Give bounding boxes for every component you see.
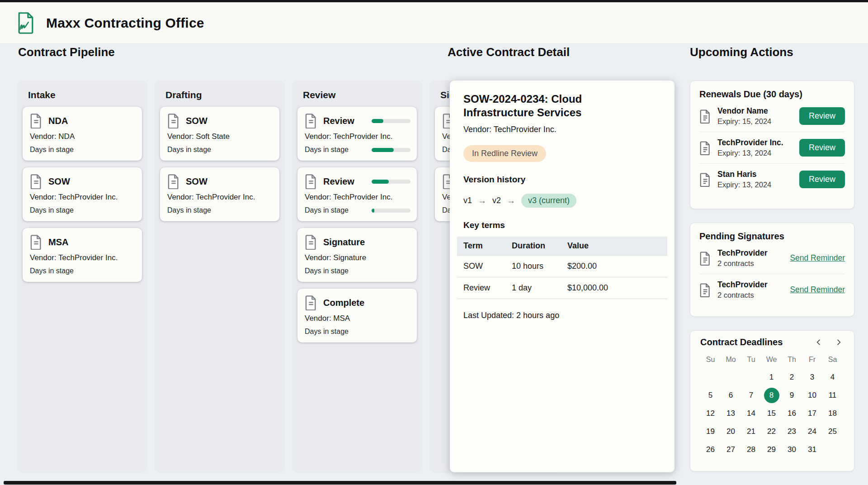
review-button[interactable]: Review xyxy=(799,107,845,125)
calendar-date-number: 26 xyxy=(706,445,715,454)
calendar-date-cell[interactable]: 1 xyxy=(761,368,782,386)
pipeline-column-label: Drafting xyxy=(165,90,285,100)
calendar-date-cell[interactable]: 12 xyxy=(700,404,721,423)
key-terms-col-duration: Duration xyxy=(512,237,567,256)
contract-card-title: SOW xyxy=(186,116,208,126)
contract-card-title: NDA xyxy=(48,116,68,126)
calendar-prev-button[interactable] xyxy=(815,339,822,346)
contract-card[interactable]: Review Vendor: TechProvider Inc. Days in… xyxy=(297,107,417,161)
contract-card[interactable]: NDA Vendor: NDA Days in stage xyxy=(23,107,142,161)
key-terms-header-row: Term Duration Value xyxy=(457,237,667,256)
calendar-date-cell[interactable]: 10 xyxy=(802,386,822,404)
contract-card-days: Days in stage xyxy=(305,328,349,336)
key-terms-table: Term Duration Value SOW 10 hours $200.00… xyxy=(457,237,667,299)
app: Maxx Contracting Office Contract Pipelin… xyxy=(0,0,868,485)
calendar-date-number: 13 xyxy=(726,409,735,418)
contract-card-days: Days in stage xyxy=(305,206,349,214)
calendar-date-cell[interactable]: 22 xyxy=(761,423,782,441)
calendar-date-cell[interactable]: 4 xyxy=(822,368,843,386)
contract-card-title: Review xyxy=(323,116,354,126)
calendar-date-number: 9 xyxy=(790,391,794,400)
calendar-date-cell[interactable]: 29 xyxy=(761,441,782,459)
calendar-date-cell[interactable]: 21 xyxy=(741,423,761,441)
calendar-date-number: 5 xyxy=(708,391,712,400)
calendar-date-cell[interactable]: 19 xyxy=(700,423,721,441)
renewal-expiry: Expiry: 15, 2024 xyxy=(717,117,771,126)
calendar-date-cell[interactable]: 2 xyxy=(782,368,802,386)
value-cell: $10,000.00 xyxy=(567,277,667,299)
calendar-date-cell[interactable]: 20 xyxy=(721,423,741,441)
renewal-expiry: Expiry: 13, 2024 xyxy=(717,181,771,189)
calendar-date-number: 22 xyxy=(767,427,776,436)
contract-card[interactable]: MSA Vendor: TechProvider Inc. Days in st… xyxy=(23,228,142,282)
contract-card-days: Days in stage xyxy=(30,146,74,154)
calendar-date-cell[interactable]: 14 xyxy=(741,404,761,423)
pending-signature-item: TechProvider 2 contracts Send Reminder xyxy=(699,274,845,305)
calendar-title: Contract Deadlines xyxy=(700,337,783,347)
calendar-date-cell[interactable]: 25 xyxy=(822,423,843,441)
calendar-date-cell[interactable]: 5 xyxy=(700,386,721,404)
pending-signatures-card: Pending Signatures TechProvider 2 contra… xyxy=(690,223,854,317)
calendar-date-cell[interactable]: 11 xyxy=(822,386,843,404)
pipeline-column-label: Intake xyxy=(28,90,147,100)
calendar-empty-cell xyxy=(741,368,761,386)
calendar-date-cell[interactable]: 13 xyxy=(721,404,741,423)
calendar-day-header: Tu xyxy=(741,353,761,366)
send-reminder-link[interactable]: Send Reminder xyxy=(790,253,845,263)
calendar-date-number: 17 xyxy=(808,409,816,418)
calendar-date-cell[interactable]: 17 xyxy=(802,404,822,423)
calendar-date-number: 31 xyxy=(808,445,816,454)
term-cell: Review xyxy=(457,277,512,299)
calendar-date-cell[interactable]: 30 xyxy=(782,441,802,459)
renewal-vendor-name: TechProvider Inc. xyxy=(717,138,783,147)
bottom-edge-decoration xyxy=(4,481,676,485)
calendar-date-cell[interactable]: 15 xyxy=(761,404,782,423)
calendar-date-cell[interactable]: 16 xyxy=(782,404,802,423)
contract-card[interactable]: SOW Vendor: TechProvider Inc. Days in st… xyxy=(23,167,142,221)
calendar-date-number: 30 xyxy=(788,445,796,454)
calendar-date-cell[interactable]: 7 xyxy=(741,386,761,404)
calendar-next-button[interactable] xyxy=(835,339,842,346)
review-button[interactable]: Review xyxy=(799,139,845,157)
calendar-date-cell[interactable]: 9 xyxy=(782,386,802,404)
calendar-date-cell[interactable]: 27 xyxy=(721,441,741,459)
contract-card[interactable]: Review Vendor: TechProvider Inc. Days in… xyxy=(297,167,417,221)
calendar-date-number: 21 xyxy=(747,427,755,436)
calendar-date-number: 18 xyxy=(828,409,837,418)
review-button[interactable]: Review xyxy=(799,171,845,188)
duration-cell: 1 day xyxy=(512,277,567,299)
calendar-date-number: 4 xyxy=(830,373,835,382)
duration-cell: 10 hours xyxy=(512,256,567,277)
calendar-date-cell[interactable]: 18 xyxy=(822,404,843,423)
pipeline-section-title: Contract Pipeline xyxy=(18,45,115,59)
document-icon xyxy=(30,113,42,128)
calendar-date-cell[interactable]: 28 xyxy=(741,441,761,459)
calendar-date-cell[interactable]: 8 xyxy=(761,386,782,404)
contract-card-days: Days in stage xyxy=(30,267,74,275)
pipeline-column: Intake NDA Vendor: NDA Days in stage xyxy=(17,81,147,473)
calendar-date-cell[interactable]: 23 xyxy=(782,423,802,441)
calendar-date-cell[interactable]: 3 xyxy=(802,368,822,386)
calendar-date-cell[interactable]: 24 xyxy=(802,423,822,441)
days-progress-bar xyxy=(372,209,410,213)
calendar-date-cell[interactable]: 26 xyxy=(700,441,721,459)
renewal-expiry: Expiry: 13, 2024 xyxy=(717,149,783,157)
calendar-date-cell[interactable]: 31 xyxy=(802,441,822,459)
signature-count: 2 contracts xyxy=(717,259,768,268)
calendar-date-number: 11 xyxy=(829,391,837,400)
signature-vendor-name: TechProvider xyxy=(717,280,768,290)
send-reminder-link[interactable]: Send Reminder xyxy=(790,285,845,295)
calendar-day-header: We xyxy=(761,353,782,366)
key-terms-tbody: SOW 10 hours $200.00 Review 1 day $10,00… xyxy=(457,256,667,299)
contract-card[interactable]: SOW Vendor: Soft State Days in stage xyxy=(160,107,279,161)
contract-card-vendor: Vendor: Signature xyxy=(305,253,410,262)
contract-card[interactable]: Complete Vendor: MSA Days in stage xyxy=(297,289,417,342)
calendar-dow-row: SuMoTuWeThFrSa xyxy=(700,353,844,366)
app-header: Maxx Contracting Office xyxy=(0,2,868,44)
contract-card[interactable]: SOW Vendor: TechProvider Inc. Days in st… xyxy=(160,167,279,221)
contract-card-vendor: Vendor: MSA xyxy=(305,314,410,323)
calendar-date-cell[interactable]: 6 xyxy=(721,386,741,404)
version-label: v1 xyxy=(463,196,472,205)
signatures-list: TechProvider 2 contracts Send Reminder T… xyxy=(699,242,845,305)
contract-card[interactable]: Signature Vendor: Signature Days in stag… xyxy=(297,228,417,282)
